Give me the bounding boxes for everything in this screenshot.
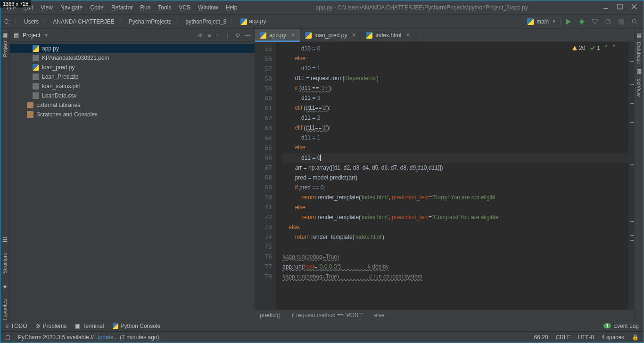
next-highlight-icon[interactable]: ˅ (612, 45, 615, 51)
breadcrumb-item[interactable]: C: (4, 18, 10, 25)
close-icon[interactable] (631, 4, 637, 11)
minimize-icon[interactable] (603, 4, 609, 11)
terminal-tool[interactable]: ▣Terminal (75, 323, 104, 329)
menu-run[interactable]: Run (137, 2, 154, 13)
warning-count: 20 (579, 45, 585, 51)
menu-window[interactable]: Window (195, 2, 222, 13)
project-tool-icon[interactable]: ▦ (2, 32, 8, 38)
error-stripe[interactable] (628, 42, 634, 310)
collapse-all-icon[interactable]: ≣ (215, 32, 220, 39)
svg-line-13 (636, 23, 637, 24)
code-crumb[interactable]: else (374, 312, 385, 318)
menu-tools[interactable]: Tools (155, 2, 174, 13)
breadcrumb-item[interactable]: pythonProject_3 (186, 18, 227, 25)
event-log[interactable]: 1Event Log (603, 323, 639, 329)
coverage-button[interactable] (590, 16, 600, 27)
file-icon (33, 92, 39, 99)
debug-button[interactable] (577, 16, 587, 27)
locate-icon[interactable]: ⊕ (198, 32, 203, 39)
breadcrumb-item[interactable]: PycharmProjects (129, 18, 172, 25)
editor-tab[interactable]: loan_pred.py✕ (300, 29, 361, 41)
tree-item-label: External Libraries (36, 102, 80, 108)
chevron-down-icon[interactable]: ▼ (44, 33, 49, 38)
close-tab-icon[interactable]: ✕ (406, 32, 410, 38)
line-gutter[interactable]: 55 56 57 58 59 60 61 62 63 64 65 66 67 6… (255, 42, 276, 310)
structure-tool-label[interactable]: Structure (2, 253, 8, 274)
database-tool-label[interactable]: Database (636, 42, 642, 64)
menu-view[interactable]: View (37, 2, 56, 13)
profile-button[interactable] (603, 16, 613, 27)
close-tab-icon[interactable]: ✕ (352, 32, 356, 38)
sciview-tool-icon[interactable]: ▥ (636, 68, 642, 74)
tree-item[interactable]: app.py (10, 44, 255, 53)
project-pane: ▦ Project ▼ ⊕ ≡ ≣ ⋮ ⚙ — app.pyKPAnandate… (10, 29, 255, 320)
run-button[interactable] (563, 16, 574, 27)
search-everywhere-button[interactable] (629, 16, 640, 27)
tree-item[interactable]: External Libraries (10, 100, 255, 110)
gear-icon[interactable]: ⚙ (235, 32, 240, 39)
file-icon (260, 32, 266, 39)
run-config-selector[interactable]: main ▼ (523, 17, 561, 26)
todo-tool[interactable]: ≡TODO (5, 323, 27, 329)
sciview-tool-label[interactable]: SciView (636, 78, 642, 97)
tree-item-label: loan_status.pkl (42, 83, 80, 90)
file-icon (366, 32, 372, 39)
database-tool-icon[interactable]: ▤ (636, 32, 642, 38)
project-tree[interactable]: app.pyKPAnandatest030321.pemloan_pred.py… (10, 42, 255, 121)
status-message[interactable]: PyCharm 2020.3.5 available // Update... … (18, 334, 159, 341)
status-bar: ▢ PyCharm 2020.3.5 available // Update..… (0, 331, 644, 343)
close-tab-icon[interactable]: ✕ (291, 32, 295, 38)
stop-button[interactable] (616, 16, 627, 27)
tree-item[interactable]: KPAnandatest030321.pem (10, 53, 255, 63)
menu-help[interactable]: Help (223, 2, 241, 13)
readonly-lock-icon[interactable]: 🔒 (632, 334, 639, 341)
structure-tool-icon[interactable]: ☳ (2, 237, 8, 243)
project-dropdown-icon[interactable]: ▦ (14, 32, 19, 39)
expand-all-icon[interactable]: ≡ (207, 32, 211, 39)
breadcrumb-item[interactable]: app.py (240, 18, 266, 25)
svg-marker-4 (566, 19, 571, 24)
right-tool-strip: ▤ Database ▥ SciView (634, 29, 644, 320)
inspection-widget[interactable]: 20 1 ˄ ˅ (572, 45, 615, 51)
tree-item[interactable]: loan_pred.py (10, 63, 255, 72)
code-editor[interactable]: d10 = 0 else: d10 = 1 d11 = request.form… (276, 42, 634, 310)
maximize-icon[interactable] (617, 4, 623, 11)
prev-highlight-icon[interactable]: ˄ (605, 45, 608, 51)
problems-tool[interactable]: ⊘Problems (35, 323, 66, 329)
ide-status-icon[interactable]: ▢ (5, 334, 10, 341)
hide-icon[interactable]: — (245, 32, 251, 39)
tree-item-label: loan_pred.py (42, 64, 74, 71)
favorites-tool-icon[interactable]: ★ (2, 283, 8, 290)
tree-item[interactable]: LoanData.csv (10, 91, 255, 100)
navigation-bar: C:〉Users〉ANANDA CHATTERJEE〉PycharmProjec… (0, 15, 644, 29)
breadcrumb-item[interactable]: ANANDA CHATTERJEE (53, 18, 114, 25)
project-header-label[interactable]: Project (23, 32, 40, 39)
tree-item[interactable]: Scratches and Consoles (10, 110, 255, 119)
menu-vcs[interactable]: VCS (175, 2, 194, 13)
code-crumb[interactable]: if request.method == 'POST' (292, 312, 363, 318)
svg-point-5 (580, 20, 584, 24)
indent-setting[interactable]: 4 spaces (602, 334, 624, 341)
breadcrumb[interactable]: C:〉Users〉ANANDA CHATTERJEE〉PycharmProjec… (4, 17, 266, 26)
project-tool-label[interactable]: Project (2, 41, 8, 57)
editor-tab[interactable]: app.py✕ (255, 29, 300, 41)
menu-navigate[interactable]: Navigate (57, 2, 86, 13)
dimension-overlay: 644 x 343 (0, 0, 31, 8)
code-breadcrumbs[interactable]: predict()〉if request.method == 'POST'〉el… (255, 310, 634, 320)
svg-point-12 (632, 19, 636, 23)
menu-code[interactable]: Code (87, 2, 107, 13)
python-console-tool[interactable]: Python Console (113, 323, 161, 329)
caret-position[interactable]: 66:20 (534, 334, 548, 341)
file-encoding[interactable]: UTF-8 (578, 334, 594, 341)
favorites-tool-label[interactable]: Favorites (2, 299, 8, 320)
project-header: ▦ Project ▼ ⊕ ≡ ≣ ⋮ ⚙ — (10, 29, 255, 42)
titlebar: FileEditViewNavigateCodeRefactorRunTools… (0, 0, 644, 15)
editor-tab[interactable]: index.html✕ (361, 29, 415, 41)
code-crumb[interactable]: predict() (260, 312, 281, 318)
line-separator[interactable]: CRLF (556, 334, 570, 341)
tree-item[interactable]: Loan_Pred.zip (10, 72, 255, 82)
tree-item-label: Scratches and Consoles (36, 111, 98, 118)
breadcrumb-item[interactable]: Users (24, 18, 39, 25)
menu-refactor[interactable]: Refactor (108, 2, 136, 13)
tree-item[interactable]: loan_status.pkl (10, 82, 255, 91)
